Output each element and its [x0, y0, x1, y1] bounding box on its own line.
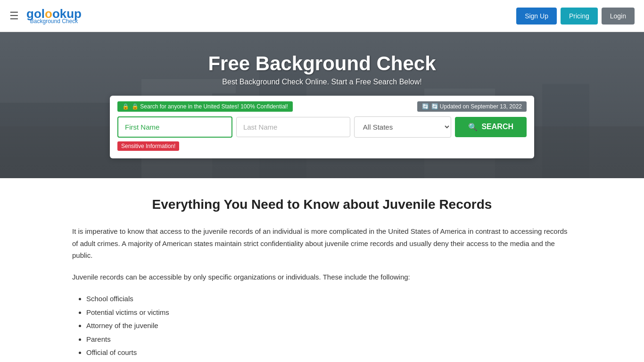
list-item: Potential victims or victims: [86, 306, 572, 320]
updated-text: 🔄 Updated on September 13, 2022: [431, 103, 522, 110]
main-content: Everything You Need to Know about Juveni…: [63, 178, 581, 362]
search-container: 🔒 🔒 Search for anyone in the United Stat…: [110, 96, 534, 158]
search-icon: 🔍: [468, 123, 478, 132]
list-item: School officials: [86, 292, 572, 306]
list-item: Parents: [86, 333, 572, 346]
pricing-button[interactable]: Pricing: [561, 8, 598, 25]
list-item: Attorney of the juvenile: [86, 319, 572, 333]
article-title: Everything You Need to Know about Juveni…: [72, 197, 572, 212]
search-button-label: SEARCH: [481, 123, 513, 131]
confidential-badge: 🔒 🔒 Search for anyone in the United Stat…: [117, 101, 293, 112]
refresh-icon: 🔄: [422, 103, 429, 110]
state-select[interactable]: All States Alabama Alaska Arizona Arkans…: [354, 116, 452, 138]
hero-subtitle: Best Background Check Online. Start a Fr…: [222, 78, 421, 86]
hero-title: Free Background Check: [208, 52, 436, 75]
logo-subtitle: Background Check: [26, 18, 82, 25]
last-name-input[interactable]: [236, 117, 350, 137]
confidential-text: 🔒 Search for anyone in the United States…: [132, 103, 288, 110]
updated-badge: 🔄 🔄 Updated on September 13, 2022: [417, 101, 527, 112]
search-top-bar: 🔒 🔒 Search for anyone in the United Stat…: [117, 101, 527, 112]
list-item: Official of courts: [86, 346, 572, 360]
article-paragraph-2: Juvenile records can be accessible by on…: [72, 271, 572, 283]
sensitive-badge: Sensitive Information!: [117, 138, 527, 151]
article-list: School officials Potential victims or vi…: [86, 292, 572, 362]
first-name-input[interactable]: [117, 116, 232, 138]
list-item: Prosecuted: [86, 360, 572, 362]
signup-button[interactable]: Sign Up: [516, 8, 557, 25]
search-fields: All States Alabama Alaska Arizona Arkans…: [117, 116, 527, 138]
login-button[interactable]: Login: [602, 8, 635, 25]
sensitive-badge-text: Sensitive Information!: [117, 141, 179, 151]
logo[interactable]: golookup Background Check: [26, 8, 82, 25]
article-body: It is imperative to know that access to …: [72, 225, 572, 362]
lock-icon: 🔒: [122, 103, 129, 110]
article-paragraph-1: It is imperative to know that access to …: [72, 225, 572, 262]
header: ☰ golookup Background Check Sign Up Pric…: [0, 0, 644, 32]
header-right: Sign Up Pricing Login: [516, 8, 635, 25]
hero-section: Free Background Check Best Background Ch…: [0, 32, 644, 178]
hamburger-menu-icon[interactable]: ☰: [9, 10, 19, 22]
search-button[interactable]: 🔍 SEARCH: [455, 117, 527, 137]
header-left: ☰ golookup Background Check: [9, 8, 82, 25]
